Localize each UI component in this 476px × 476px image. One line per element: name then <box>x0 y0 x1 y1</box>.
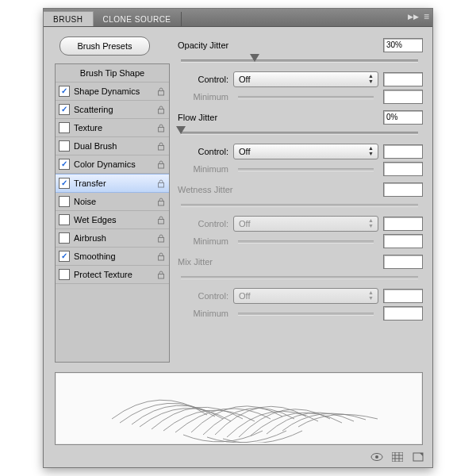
svg-rect-13 <box>392 452 403 462</box>
tab-brush[interactable]: BRUSH <box>44 11 94 26</box>
checkbox[interactable]: ✓ <box>59 178 70 189</box>
svg-rect-6 <box>159 202 164 206</box>
option-row-noise[interactable]: Noise <box>56 193 169 211</box>
brush-tip-shape-header[interactable]: Brush Tip Shape <box>56 64 169 83</box>
mix-control-value: Off <box>239 291 250 301</box>
opacity-control-row: Control: Off ▲▼ <box>176 71 423 87</box>
wetness-control-value-box <box>383 217 423 231</box>
brush-tip-shape-label: Brush Tip Shape <box>80 68 144 78</box>
opacity-jitter-value[interactable]: 30% <box>383 38 423 52</box>
mix-control-row: Control: Off ▲▼ <box>176 288 423 304</box>
checkbox[interactable]: ✓ <box>59 159 70 170</box>
option-label: Noise <box>74 197 156 206</box>
flow-jitter-slider[interactable] <box>176 126 423 139</box>
wetness-control-row: Control: Off ▲▼ <box>176 216 423 232</box>
lock-icon[interactable] <box>156 141 166 151</box>
lock-icon[interactable] <box>156 215 166 225</box>
flow-jitter-title-row: Flow Jitter 0% <box>176 110 423 125</box>
toggle-preview-icon[interactable] <box>370 451 383 463</box>
wetness-min-label: Minimum <box>176 236 228 246</box>
lock-icon[interactable] <box>156 251 166 261</box>
option-label: Color Dynamics <box>74 159 156 169</box>
new-preset-icon[interactable] <box>412 451 424 463</box>
lock-icon[interactable] <box>156 233 166 243</box>
option-row-texture[interactable]: Texture <box>56 119 169 137</box>
collapse-icon[interactable]: ▶▶ <box>408 13 419 21</box>
svg-marker-19 <box>420 453 423 456</box>
opacity-min-label: Minimum <box>176 92 228 102</box>
option-row-dual-brush[interactable]: Dual Brush <box>56 137 169 155</box>
updown-icon: ▲▼ <box>368 290 374 301</box>
option-row-scattering[interactable]: ✓Scattering <box>56 101 169 119</box>
flow-min-value[interactable] <box>383 162 423 176</box>
opacity-min-slider <box>233 90 378 103</box>
panel-menu-icon[interactable]: ≡ <box>424 11 429 22</box>
opacity-jitter-slider[interactable] <box>176 54 423 67</box>
lock-icon[interactable] <box>156 159 166 169</box>
mix-jitter-value <box>383 255 423 269</box>
flow-control-label: Control: <box>176 147 228 156</box>
wetness-minimum-row: Minimum <box>176 234 423 248</box>
flow-control-value-box[interactable] <box>383 144 423 159</box>
option-row-shape-dynamics[interactable]: ✓Shape Dynamics <box>56 83 169 101</box>
checkbox[interactable]: ✓ <box>59 86 70 97</box>
mix-control-label: Control: <box>176 291 228 301</box>
opacity-min-value[interactable] <box>383 90 423 104</box>
mix-minimum-row: Minimum <box>176 306 423 321</box>
flow-control-select[interactable]: Off ▲▼ <box>233 144 378 159</box>
panel-footer <box>44 448 432 467</box>
lock-icon[interactable] <box>156 178 166 188</box>
brush-presets-button[interactable]: Brush Presets <box>60 36 150 56</box>
lock-icon[interactable] <box>156 197 166 206</box>
wetness-control-select: Off ▲▼ <box>233 216 378 232</box>
option-row-wet-edges[interactable]: Wet Edges <box>56 211 169 229</box>
checkbox[interactable] <box>59 214 70 225</box>
opacity-jitter-title-row: Opacity Jitter 30% <box>176 38 423 52</box>
opacity-control-select[interactable]: Off ▲▼ <box>233 71 378 87</box>
checkbox[interactable] <box>59 122 70 133</box>
tab-clone-source[interactable]: CLONE SOURCE <box>94 12 182 26</box>
svg-rect-5 <box>159 183 164 188</box>
brush-preview <box>55 372 423 445</box>
svg-rect-4 <box>159 164 164 169</box>
checkbox[interactable] <box>59 232 70 244</box>
svg-rect-10 <box>159 274 164 279</box>
checkbox[interactable] <box>59 140 70 152</box>
lock-icon[interactable] <box>156 270 166 279</box>
svg-rect-1 <box>159 109 164 114</box>
lock-icon[interactable] <box>156 123 166 132</box>
wetness-control-label: Control: <box>176 219 228 228</box>
option-label: Wet Edges <box>74 215 156 225</box>
checkbox[interactable]: ✓ <box>59 104 70 115</box>
brush-palette-icon[interactable] <box>391 451 404 463</box>
option-row-airbrush[interactable]: Airbrush <box>56 229 169 248</box>
checkbox[interactable] <box>59 196 70 207</box>
brush-panel: BRUSH CLONE SOURCE ▶▶ ≡ Brush Presets Br… <box>43 8 433 468</box>
mix-min-value <box>383 306 423 321</box>
mix-min-label: Minimum <box>176 309 228 318</box>
wetness-min-value <box>383 234 423 248</box>
mix-jitter-title-row: Mix Jitter <box>176 255 423 269</box>
checkbox[interactable] <box>59 269 70 280</box>
option-row-smoothing[interactable]: ✓Smoothing <box>56 248 169 266</box>
opacity-control-value-box[interactable] <box>383 72 423 86</box>
lock-icon[interactable] <box>156 105 166 114</box>
wetness-min-slider <box>233 235 378 248</box>
option-row-color-dynamics[interactable]: ✓Color Dynamics <box>56 155 169 174</box>
svg-rect-3 <box>159 146 164 151</box>
opacity-control-value: Off <box>239 75 250 84</box>
opacity-control-label: Control: <box>176 75 228 84</box>
flow-min-label: Minimum <box>176 164 228 174</box>
option-label: Airbrush <box>74 233 156 243</box>
option-label: Smoothing <box>74 251 156 261</box>
lock-icon[interactable] <box>156 86 166 96</box>
tab-bar: BRUSH CLONE SOURCE ▶▶ ≡ <box>44 9 432 27</box>
option-row-transfer[interactable]: ✓Transfer <box>56 174 169 193</box>
flow-jitter-value[interactable]: 0% <box>383 110 423 125</box>
mix-jitter-label: Mix Jitter <box>178 257 213 267</box>
wetness-control-value: Off <box>239 219 250 228</box>
wetness-jitter-title-row: Wetness Jitter <box>176 182 423 197</box>
brush-options-list: Brush Tip Shape ✓Shape Dynamics✓Scatteri… <box>55 63 170 363</box>
option-row-protect-texture[interactable]: Protect Texture <box>56 266 169 284</box>
checkbox[interactable]: ✓ <box>59 251 70 262</box>
